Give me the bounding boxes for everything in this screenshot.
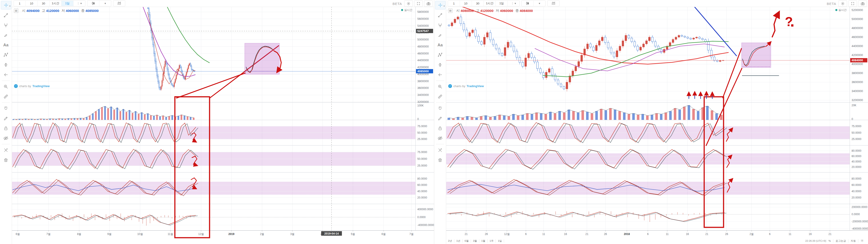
arrow-mark-tool[interactable] bbox=[434, 70, 446, 80]
range-button[interactable]: 2년 bbox=[446, 239, 454, 243]
interval-button-1[interactable]: 1 bbox=[14, 1, 26, 6]
interval-button-3[interactable]: 30 bbox=[38, 1, 50, 6]
fullscreen-icon bbox=[417, 2, 420, 5]
svg-text:10월: 10월 bbox=[137, 233, 143, 236]
time-axis[interactable]: 212612월61116212620186111621262월6111621 bbox=[465, 231, 832, 236]
lock-all-tool[interactable] bbox=[0, 124, 12, 133]
interval-button-3[interactable]: 30 bbox=[472, 1, 484, 6]
interval-button-4[interactable]: 1시간 bbox=[484, 1, 496, 6]
open-label: 시 bbox=[456, 8, 460, 13]
measure-tool[interactable] bbox=[0, 92, 12, 102]
range-button[interactable]: 1년 bbox=[454, 239, 463, 243]
snapshot-button[interactable] bbox=[424, 0, 433, 7]
drawing-mode-tool[interactable] bbox=[434, 113, 446, 124]
range-button[interactable]: 1월 bbox=[479, 239, 488, 243]
svg-text:-400000.0000: -400000.0000 bbox=[417, 223, 434, 227]
fullscreen-button[interactable] bbox=[414, 0, 423, 7]
xabcd-pattern-tool[interactable] bbox=[0, 50, 12, 60]
interval-button-5[interactable]: 1일 bbox=[62, 1, 73, 6]
forecast-tool[interactable] bbox=[434, 60, 446, 70]
bottom-right-cluster: 22:26:39 (UTC+9) %로그눈금자동 bbox=[805, 239, 866, 243]
interval-button-4[interactable]: 1시간 bbox=[50, 1, 62, 6]
scale-option-자동[interactable]: 자동 bbox=[848, 239, 858, 243]
magnet-tool[interactable] bbox=[0, 104, 12, 113]
range-button[interactable]: 3월 bbox=[471, 239, 479, 243]
brush-tool[interactable] bbox=[0, 30, 12, 40]
time-axis[interactable]: 6월7월8월9월10월11월12월20192월3월4월5월6월7월2019-04… bbox=[16, 231, 414, 236]
tradingview-link[interactable]: TradingView bbox=[467, 84, 484, 88]
trash-icon[interactable] bbox=[434, 155, 446, 165]
tool-expand-caret[interactable]: ▸ bbox=[9, 5, 10, 7]
more-intervals-button[interactable]: ⋮ ▾ bbox=[73, 1, 85, 6]
measure-tool[interactable] bbox=[434, 92, 446, 102]
hide-all-tool[interactable] bbox=[434, 133, 446, 143]
svg-text:21: 21 bbox=[585, 233, 589, 236]
lock-all-tool[interactable] bbox=[434, 124, 446, 133]
high-value: 4120000 bbox=[46, 9, 59, 12]
trend-line-tool[interactable] bbox=[434, 10, 446, 20]
fullscreen-button[interactable] bbox=[848, 0, 857, 7]
top-toolbar: 110301시간1일⋮ ▾ ▾ BETA bbox=[12, 0, 434, 7]
tool-expand-caret[interactable]: ▸ bbox=[444, 5, 445, 7]
interval-button-5[interactable]: 1일 bbox=[496, 1, 508, 6]
interval-button-1[interactable]: 1 bbox=[448, 1, 460, 6]
zoom-in-tool[interactable] bbox=[434, 82, 446, 92]
range-button[interactable]: 6월 bbox=[463, 239, 471, 243]
scale-option-로그눈금[interactable]: 로그눈금 bbox=[833, 239, 848, 243]
pitchfork-tool[interactable] bbox=[434, 20, 446, 30]
svg-text:5400000: 5400000 bbox=[417, 24, 429, 28]
price-axis[interactable]: 5800000560000054000005200000500000048000… bbox=[416, 10, 434, 227]
chart-style-caret[interactable]: ▾ bbox=[99, 1, 111, 6]
indicators-icon bbox=[117, 2, 121, 5]
chart-plot-area[interactable]: 5800000560000054000005200000500000048000… bbox=[0, 0, 434, 244]
ma-purple bbox=[143, 7, 195, 77]
settings-button[interactable] bbox=[838, 0, 847, 7]
trend-line-tool[interactable] bbox=[0, 10, 12, 20]
candlestick-series bbox=[448, 14, 724, 92]
text-tool[interactable]: Aa bbox=[434, 40, 446, 50]
drawing-mode-tool[interactable] bbox=[0, 113, 12, 124]
object-tools-icon[interactable] bbox=[434, 145, 446, 155]
candle-style-button[interactable] bbox=[522, 1, 534, 6]
object-tools-icon[interactable] bbox=[0, 145, 12, 155]
xabcd-pattern-tool[interactable] bbox=[434, 50, 446, 60]
range-button[interactable]: 1주 bbox=[488, 239, 496, 243]
pitchfork-tool[interactable] bbox=[0, 20, 12, 30]
chart-plot-area[interactable]: 5200000500000048000004600000440000042000… bbox=[434, 0, 868, 244]
indicators-button[interactable] bbox=[548, 1, 559, 6]
realtime-dot-icon bbox=[835, 9, 837, 11]
add-compare-icon[interactable]: ⊞ bbox=[448, 8, 453, 13]
interval-button-2[interactable]: 10 bbox=[26, 1, 38, 6]
magnet-tool[interactable] bbox=[434, 104, 446, 113]
brush-tool[interactable] bbox=[434, 30, 446, 40]
price-axis[interactable]: 5200000500000048000004600000440000042000… bbox=[850, 8, 868, 230]
open-value: 4080000 bbox=[461, 9, 474, 12]
svg-text:26: 26 bbox=[725, 233, 728, 236]
chart-style-caret[interactable]: ▾ bbox=[534, 1, 545, 6]
interval-button-2[interactable]: 10 bbox=[460, 1, 472, 6]
more-intervals-button[interactable]: ⋮ ▾ bbox=[508, 1, 519, 6]
realtime-dot-icon bbox=[401, 9, 403, 11]
forecast-tool[interactable] bbox=[0, 60, 12, 70]
zoom-in-tool-icon bbox=[438, 84, 442, 89]
tradingview-link[interactable]: TradingView bbox=[32, 84, 50, 88]
crosshair-tool[interactable]: ▸ bbox=[435, 1, 445, 9]
axis-settings-button[interactable] bbox=[858, 239, 866, 243]
zoom-in-tool[interactable] bbox=[0, 82, 12, 92]
range-button[interactable]: 1일 bbox=[496, 239, 504, 243]
settings-button[interactable] bbox=[404, 0, 413, 7]
indicators-button[interactable] bbox=[113, 1, 125, 6]
svg-text:11: 11 bbox=[542, 233, 545, 236]
arrow-mark-tool[interactable] bbox=[0, 70, 12, 80]
drawing-toolbar: ▸Aa bbox=[434, 0, 446, 244]
scale-option-%[interactable]: % bbox=[826, 240, 833, 242]
text-tool[interactable]: Aa bbox=[0, 40, 12, 50]
add-compare-icon[interactable]: ⊞ bbox=[14, 8, 18, 13]
realtime-label: 실시간 bbox=[404, 8, 412, 12]
hide-all-tool[interactable] bbox=[0, 133, 12, 143]
toolbar-right-cluster: BETA bbox=[827, 0, 867, 7]
trash-icon[interactable] bbox=[0, 155, 12, 165]
snapshot-button[interactable] bbox=[858, 0, 867, 7]
candle-style-button[interactable] bbox=[87, 1, 99, 6]
crosshair-tool[interactable]: ▸ bbox=[1, 1, 11, 9]
